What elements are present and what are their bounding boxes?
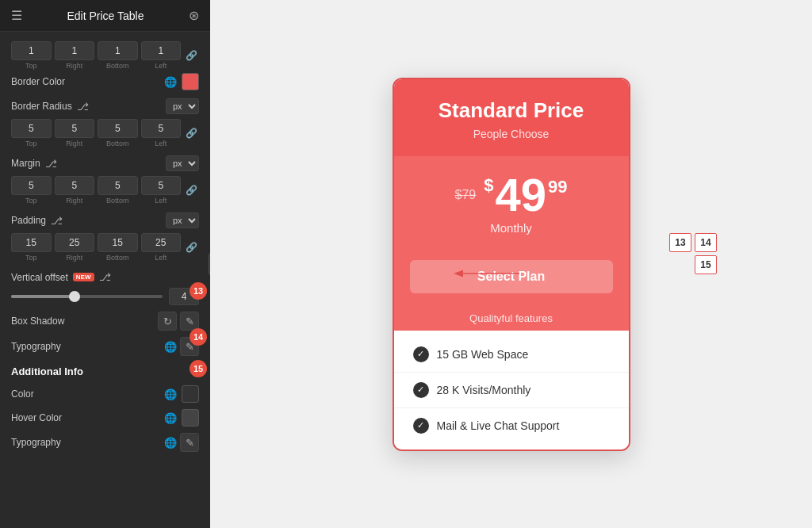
- check-icon-0: ✓: [413, 346, 429, 362]
- margin-top-input[interactable]: [11, 176, 52, 195]
- hover-color-row: Hover Color 🌐: [11, 409, 199, 427]
- padding-left-input[interactable]: [141, 233, 182, 252]
- typography2-controls: 🌐 ✎: [164, 433, 199, 452]
- br-top-input[interactable]: [11, 119, 52, 138]
- link-icon-spacing[interactable]: 🔗: [184, 48, 199, 63]
- br-left-input[interactable]: [141, 119, 182, 138]
- monitor-icon-margin: ⎇: [45, 158, 57, 170]
- collapse-panel-button[interactable]: ❮: [209, 253, 210, 275]
- padding-bottom-wrap: Bottom: [98, 233, 138, 262]
- margin-unit-select[interactable]: px %: [166, 155, 199, 171]
- globe-icon-hover-color[interactable]: 🌐: [164, 412, 177, 424]
- margin-inputs: Top Right Bottom Left 🔗: [11, 176, 199, 205]
- price-old: $79: [455, 188, 477, 202]
- spacing-left-input[interactable]: [141, 41, 182, 60]
- spacing-bottom-label: Bottom: [106, 62, 129, 70]
- price-main: 49: [495, 172, 546, 218]
- spacing-inputs: Top Right Bottom Left 🔗: [11, 41, 199, 70]
- annotation-box-14: 14: [695, 233, 717, 252]
- typography-row: Typography 🌐 ✎: [11, 337, 199, 356]
- padding-row: Padding ⎇ px %: [11, 212, 199, 228]
- feature-text-2: Mail & Live Chat Support: [437, 419, 560, 432]
- annotation-box-15: 15: [695, 255, 717, 274]
- check-icon-2: ✓: [413, 418, 429, 434]
- annotation-box-13: 13: [669, 233, 691, 252]
- feature-item-1: ✓ 28 K Visits/Monthly: [394, 373, 629, 408]
- padding-text: Padding: [11, 215, 46, 226]
- border-color-controls: 🌐: [164, 73, 199, 90]
- feature-text-1: 28 K Visits/Monthly: [437, 384, 531, 396]
- link-icon-br[interactable]: 🔗: [184, 126, 199, 140]
- padding-left-wrap: Left: [141, 233, 182, 262]
- vertical-offset-slider[interactable]: [11, 295, 163, 298]
- br-bottom-label: Bottom: [106, 140, 129, 147]
- margin-right-input[interactable]: [55, 176, 95, 195]
- price-cents: 99: [548, 177, 567, 197]
- grid-icon[interactable]: ⊛: [189, 8, 199, 23]
- margin-top-label: Top: [25, 197, 37, 205]
- globe-icon-typography[interactable]: 🌐: [164, 341, 177, 353]
- padding-right-label: Right: [66, 254, 82, 262]
- globe-icon-border[interactable]: 🌐: [164, 76, 177, 88]
- vertical-offset-label-wrap: Vertical offset NEW ⎇: [11, 271, 111, 283]
- spacing-left-wrap: Left: [141, 41, 182, 70]
- br-bottom-input[interactable]: [98, 119, 138, 138]
- panel-body: Top Right Bottom Left 🔗 Border Color 🌐: [0, 32, 210, 528]
- border-color-swatch[interactable]: [182, 73, 199, 90]
- margin-left-input[interactable]: [141, 176, 182, 195]
- br-top-wrap: Top: [11, 119, 52, 147]
- margin-bottom-label: Bottom: [106, 197, 129, 205]
- typography2-label: Typography: [11, 437, 61, 448]
- spacing-right-wrap: Right: [55, 41, 95, 70]
- box-shadow-row: Box Shadow ↻ ✎: [11, 312, 199, 331]
- hamburger-icon[interactable]: ☰: [11, 8, 22, 23]
- price-dollar: $: [484, 175, 493, 196]
- padding-label: Padding ⎇: [11, 215, 63, 227]
- spacing-top-input[interactable]: [11, 41, 52, 60]
- card-top: Standard Price People Choose: [394, 79, 629, 156]
- br-bottom-wrap: Bottom: [98, 119, 138, 147]
- card-features: ✓ 15 GB Web Space ✓ 28 K Visits/Monthly …: [394, 331, 629, 450]
- margin-text: Margin: [11, 158, 40, 169]
- border-color-label: Border Color: [11, 76, 65, 87]
- vertical-offset-slider-row: [11, 288, 199, 305]
- globe-icon-typography2[interactable]: 🌐: [164, 437, 177, 449]
- br-left-wrap: Left: [141, 119, 182, 147]
- slider-thumb[interactable]: [69, 291, 80, 302]
- padding-bottom-label: Bottom: [106, 254, 129, 262]
- typography2-edit-btn[interactable]: ✎: [180, 433, 199, 452]
- box-shadow-reset-btn[interactable]: ↻: [158, 312, 177, 331]
- spacing-right-input[interactable]: [55, 41, 95, 60]
- spacing-bottom-input[interactable]: [98, 41, 138, 60]
- card-tag: Qualityful features: [394, 306, 629, 331]
- globe-icon-color[interactable]: 🌐: [164, 388, 177, 400]
- spacing-bottom-wrap: Bottom: [98, 41, 138, 70]
- price-period: Monthly: [490, 221, 532, 235]
- br-right-input[interactable]: [55, 119, 95, 138]
- margin-row: Margin ⎇ px %: [11, 155, 199, 171]
- padding-right-input[interactable]: [55, 233, 95, 252]
- box-shadow-controls: ↻ ✎: [158, 312, 199, 331]
- padding-bottom-input[interactable]: [98, 233, 138, 252]
- color-swatch[interactable]: [182, 385, 199, 403]
- color-controls: 🌐: [164, 385, 199, 403]
- margin-right-label: Right: [66, 197, 82, 205]
- panel-title: Edit Price Table: [67, 10, 144, 22]
- card-title: Standard Price: [410, 98, 613, 123]
- margin-left-wrap: Left: [141, 176, 182, 205]
- margin-bottom-input[interactable]: [98, 176, 138, 195]
- border-radius-unit-select[interactable]: px %: [166, 98, 199, 114]
- link-icon-margin[interactable]: 🔗: [184, 183, 199, 197]
- hover-color-label: Hover Color: [11, 412, 62, 423]
- additional-info-header: Additional Info: [11, 365, 199, 377]
- padding-unit-select[interactable]: px %: [166, 212, 199, 228]
- slider-fill: [11, 295, 71, 298]
- link-icon-padding[interactable]: 🔗: [184, 240, 199, 254]
- padding-top-input[interactable]: [11, 233, 52, 252]
- margin-label: Margin ⎇: [11, 158, 57, 170]
- padding-right-wrap: Right: [55, 233, 95, 262]
- hover-color-swatch[interactable]: [182, 409, 199, 427]
- select-plan-button[interactable]: Select Plan: [410, 260, 613, 293]
- vertical-offset-text: Vertical offset: [11, 272, 68, 283]
- padding-left-label: Left: [155, 254, 167, 262]
